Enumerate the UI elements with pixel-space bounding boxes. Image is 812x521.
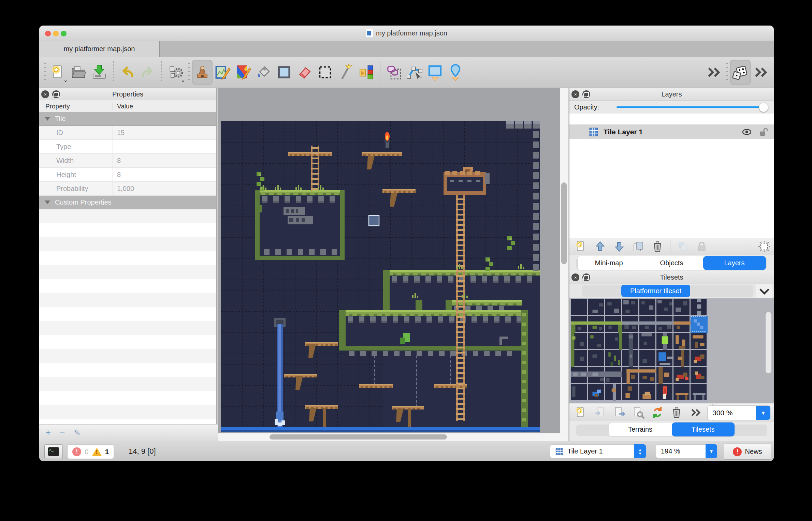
property-row-width[interactable]: Width8 [39,154,216,168]
tools-overflow-button[interactable] [751,60,771,85]
collapse-triangle-icon [45,117,50,121]
tab-tilesets[interactable]: Tilesets [672,422,735,436]
terrain-brush-tool[interactable] [213,60,233,85]
property-label: Width [39,157,113,165]
tileset-tabs: TerrainsTilesets [569,422,774,436]
properties-table[interactable]: TileID15TypeWidth8Height8Probability1,00… [39,112,216,425]
highlight-current-layer-button[interactable] [755,239,774,254]
layer-row-tile-layer-1[interactable]: Tile Layer 1 [569,124,774,139]
tileset-scrollbar[interactable] [765,301,772,401]
new-layer-button[interactable] [571,239,591,254]
redo-button[interactable] [137,60,158,85]
open-file-button[interactable] [69,60,89,85]
toolbar-separator [113,61,114,83]
float-panel-icon[interactable] [582,273,590,281]
undo-button[interactable] [117,60,137,85]
empty-row [39,307,216,321]
issues-indicator[interactable]: ! 0 1 [67,444,114,459]
tileset-overflow-button[interactable] [686,405,705,420]
toolbar-grip [725,61,729,83]
opacity-slider-handle[interactable] [759,103,768,112]
console-button[interactable] [44,444,63,459]
new-file-button[interactable]: ⌄ [48,60,69,85]
rectangular-select-tool[interactable] [315,60,335,85]
delete-layer-button[interactable] [648,239,667,254]
shape-fill-tool[interactable] [274,60,294,85]
section-header-custom-properties[interactable]: Custom Properties [39,196,216,209]
property-value[interactable]: 8 [113,168,216,181]
close-panel-icon[interactable]: × [571,90,579,98]
tab-platformer-tileset[interactable]: Platformer tileset [621,285,690,297]
layer-visible-eye-icon[interactable] [741,126,753,138]
tab-layers[interactable]: Layers [703,256,766,270]
property-row-id[interactable]: ID15 [39,126,216,140]
column-value: Value [113,103,133,110]
export-tileset-button[interactable] [610,405,629,420]
stepper-icon[interactable]: ▴▾ [634,444,646,458]
duplicate-layer-button[interactable] [629,239,648,254]
edit-property-button[interactable]: ✎ [74,428,81,437]
select-same-tile-tool[interactable] [356,60,376,85]
insrect-icon [426,63,444,81]
stamp-brush-tool[interactable] [192,60,213,85]
insert-rectangle-tool[interactable] [425,60,445,85]
edit-polygons-tool[interactable] [404,60,425,85]
tileset-zoom-combo[interactable]: 300 % ▾ [707,405,770,420]
property-row-probability[interactable]: Probability1,000 [39,182,216,196]
lower-layer-button[interactable] [610,239,629,254]
stamp-icon [193,63,211,81]
layer-list[interactable]: Tile Layer 1 [569,114,774,238]
add-property-button[interactable]: + [45,428,51,438]
remove-property-button[interactable]: − [60,428,65,438]
toolbar-grip [187,61,191,83]
property-value[interactable]: 1,000 [113,182,216,195]
news-button[interactable]: ! News [724,444,771,460]
chevron-down-icon[interactable]: ▾ [756,406,770,420]
property-value[interactable]: 8 [113,154,216,167]
property-value[interactable] [113,140,216,153]
tab-terrains[interactable]: Terrains [609,422,672,436]
magic-wand-tool[interactable] [335,60,356,85]
remove-tileset-button[interactable] [667,405,686,420]
bucket-fill-tool[interactable] [253,60,274,85]
edit-terrain-tool[interactable] [233,60,253,85]
close-panel-icon[interactable]: × [571,273,579,281]
chevron-down-icon[interactable]: ▾ [706,444,717,458]
map-horizontal-scrollbar[interactable] [218,433,568,441]
tileset-list-chevron-button[interactable] [756,284,772,298]
highlight-siblings-button[interactable] [673,239,692,254]
map-vertical-scrollbar[interactable] [560,88,568,433]
insert-point-tool[interactable] [445,60,466,85]
zoom-level-combo[interactable]: 194 % ▾ [656,444,717,458]
toolbar-overflow-button[interactable] [704,60,724,85]
section-header-tile[interactable]: Tile [39,112,216,126]
toolbar-separator [161,61,162,83]
document-tab[interactable]: my platformer map.json [39,41,160,57]
tab-objects[interactable]: Objects [640,256,703,270]
eraser-tool[interactable] [294,60,315,85]
import-tileset-button[interactable] [591,405,610,420]
map-canvas[interactable] [221,121,540,432]
empty-row [39,293,216,307]
opacity-slider[interactable] [617,103,768,111]
select-objects-tool[interactable] [384,60,404,85]
float-panel-icon[interactable] [52,90,60,98]
new-tileset-button[interactable] [571,405,591,420]
edit-tileset-button[interactable] [629,405,648,420]
layer-unlocked-icon[interactable] [757,126,768,137]
float-panel-icon[interactable] [582,90,590,98]
tab-mini-map[interactable]: Mini-map [578,256,640,270]
property-row-height[interactable]: Height8 [39,168,216,182]
lock-layer-button[interactable] [692,239,711,254]
automap-button[interactable]: ⌄ [165,60,186,85]
tileset-canvas[interactable] [570,298,708,403]
close-panel-icon[interactable]: × [41,90,49,98]
terminal-icon [48,447,59,456]
layer-select-combo[interactable]: Tile Layer 1 ▴▾ [550,444,646,458]
raise-layer-button[interactable] [591,239,610,254]
property-row-type[interactable]: Type [39,140,216,154]
property-value[interactable]: 15 [113,126,216,139]
save-file-button[interactable] [89,60,110,85]
reload-tileset-button[interactable] [648,405,667,420]
random-mode-button[interactable] [730,60,751,85]
